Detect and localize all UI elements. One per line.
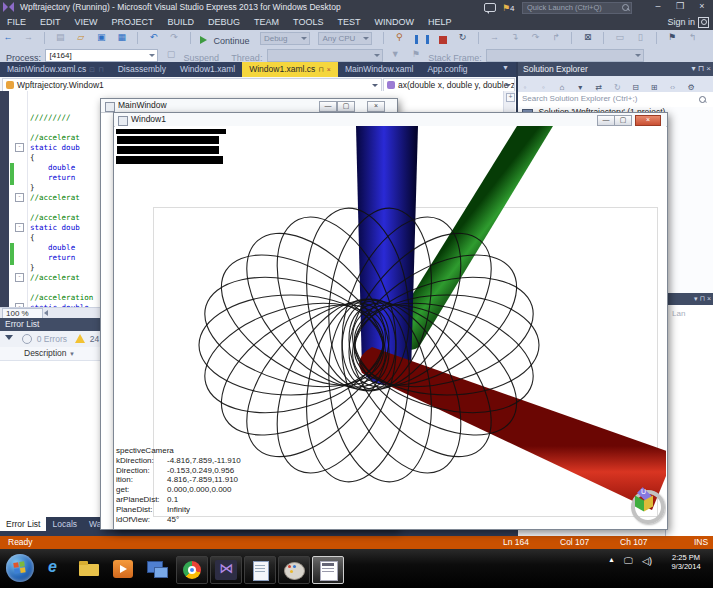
breakpoints-window-icon[interactable]: ▯ — [633, 31, 647, 44]
tab-window1.xaml.cs[interactable]: Window1.xaml.cs⊓× — [242, 62, 338, 77]
outline-collapse-icon[interactable]: - — [15, 143, 24, 152]
tool-tab-error-list[interactable]: Error List — [0, 517, 46, 531]
taskbar-remote-desktop[interactable] — [142, 556, 172, 582]
filter-icon[interactable] — [5, 335, 13, 340]
tab-mainwindow.xaml[interactable]: MainWindow.xaml — [338, 62, 421, 77]
tab-app.config[interactable]: App.config — [420, 62, 474, 77]
feedback-icon[interactable] — [484, 3, 496, 12]
outline-collapse-icon[interactable]: - — [15, 273, 24, 282]
pin-icon[interactable]: ⊓ — [699, 295, 704, 302]
open-file-icon[interactable]: ▱ — [74, 31, 88, 44]
method-dropdown[interactable]: ax(double x, double y, double z, double … — [383, 78, 515, 92]
output-window-icon[interactable]: ▭ — [613, 31, 627, 44]
flag-threads-icon[interactable]: ⚑ — [409, 48, 423, 61]
new-file-icon[interactable]: ▤ — [53, 31, 67, 44]
dropdown-icon[interactable]: ▾ — [694, 295, 698, 302]
start-orb[interactable] — [6, 554, 34, 582]
undo-icon[interactable]: ↶ — [147, 31, 161, 44]
prev-bookmark-icon[interactable]: ↰ — [686, 31, 700, 44]
errors-count[interactable]: 0 Errors — [37, 334, 67, 344]
network-icon[interactable]: 🖵 — [624, 556, 633, 567]
quick-launch-input[interactable]: Quick Launch (Ctrl+Q) — [522, 2, 632, 14]
continue-icon[interactable] — [200, 36, 207, 44]
tab-disassembly[interactable]: Disassembly — [111, 62, 173, 77]
sign-in-link[interactable]: Sign in — [667, 14, 695, 30]
step-out-icon[interactable]: ↱ — [549, 31, 563, 44]
close-button[interactable]: × — [367, 101, 385, 112]
menu-build[interactable]: BUILD — [161, 14, 202, 30]
stack-frame-dropdown[interactable] — [486, 49, 644, 62]
taskbar-internet-explorer[interactable]: e — [40, 556, 70, 582]
window1-3d-viewport[interactable]: spectiveCamerakDirection:-4.816,7.859,-1… — [115, 126, 666, 527]
debug-config-dropdown[interactable]: Debug — [260, 32, 310, 45]
taskbar-paint[interactable] — [278, 556, 310, 584]
filter-icon[interactable]: ▼ — [388, 48, 402, 61]
suspend-icon[interactable]: ▢ — [164, 48, 178, 61]
taskbar-media-player[interactable] — [108, 556, 138, 582]
menu-file[interactable]: FILE — [0, 14, 33, 30]
minimize-button[interactable]: – — [647, 0, 669, 13]
pin-icon[interactable]: ⊓ — [318, 66, 323, 73]
dropdown-icon[interactable]: ▾ — [692, 64, 696, 73]
minimize-button[interactable]: — — [319, 101, 337, 112]
restore-button[interactable]: ❒ — [669, 0, 691, 13]
close-icon[interactable]: × — [706, 64, 711, 73]
mainwindow-titlebar[interactable]: MainWindow — ▢ × — [101, 99, 397, 113]
redo-icon[interactable]: ↷ — [167, 31, 181, 44]
close-button[interactable]: × — [635, 115, 661, 126]
pin-icon[interactable]: ⊓ — [98, 66, 103, 73]
save-icon[interactable]: ▣ — [94, 31, 108, 44]
menu-window[interactable]: WINDOW — [367, 14, 421, 30]
menu-team[interactable]: TEAM — [247, 14, 286, 30]
maximize-button[interactable]: ▢ — [337, 101, 355, 112]
taskbar-notepad[interactable] — [244, 556, 276, 584]
tab-window1.xaml[interactable]: Window1.xaml — [173, 62, 242, 77]
tab-list-chevron-icon[interactable]: ▼ — [502, 64, 509, 71]
outline-collapse-icon[interactable]: - — [15, 193, 24, 202]
thread-dropdown[interactable] — [267, 49, 383, 62]
window1-titlebar[interactable]: Window1 — ▢ × — [114, 113, 667, 127]
bookmark-icon[interactable]: ⚑ — [665, 31, 679, 44]
save-all-icon[interactable]: ▦ — [115, 31, 129, 44]
navigate-back-icon[interactable]: ← — [1, 31, 15, 44]
navigate-forward-icon[interactable]: → — [21, 31, 35, 44]
solution-search[interactable]: Search Solution Explorer (Ctrl+;) — [518, 92, 713, 108]
minimize-button[interactable]: — — [597, 115, 615, 126]
restart-icon[interactable]: ↻ — [456, 31, 470, 44]
attach-process-icon[interactable]: ⚲ — [392, 31, 406, 44]
close-icon[interactable]: × — [707, 295, 711, 302]
taskbar-file-explorer[interactable] — [74, 556, 104, 582]
menu-debug[interactable]: DEBUG — [201, 14, 247, 30]
tool-tab-locals[interactable]: Locals — [46, 517, 83, 531]
volume-icon[interactable]: ◁) — [642, 556, 652, 566]
show-next-statement-icon[interactable]: → — [488, 31, 502, 44]
menu-test[interactable]: TEST — [330, 14, 367, 30]
taskbar-clock[interactable]: 2:25 PM 9/3/2014 — [663, 553, 709, 571]
view-cube-gizmo[interactable]: U — [629, 486, 666, 524]
split-editor-icon[interactable]: + — [506, 93, 515, 102]
taskbar-chrome[interactable] — [176, 556, 208, 584]
step-over-icon[interactable]: ↷ — [528, 31, 542, 44]
editor-zoom-dropdown[interactable]: 100 % — [2, 308, 43, 318]
pause-icon[interactable] — [415, 35, 429, 44]
show-hidden-icons[interactable]: ▲ — [608, 556, 615, 563]
taskbar-visual-studio[interactable]: ⋈ — [210, 556, 242, 584]
taskbar-running-app[interactable] — [312, 556, 344, 584]
maximize-button[interactable]: ▢ — [614, 115, 632, 126]
menu-view[interactable]: VIEW — [68, 14, 105, 30]
stop-debug-icon[interactable] — [439, 36, 447, 44]
class-dropdown[interactable]: Wpftrajectory.Window1 — [2, 78, 382, 92]
menu-tools[interactable]: TOOLS — [286, 14, 330, 30]
tab-mainwindow.xaml.cs[interactable]: MainWindow.xaml.cs⊡⊓ — [0, 62, 111, 77]
continue-button[interactable]: Continue — [213, 36, 249, 46]
process-dropdown[interactable]: [4164] Wpftrajectory.vshost.exe — [45, 49, 158, 62]
close-tab-icon[interactable]: × — [327, 66, 331, 73]
close-button[interactable]: × — [691, 0, 713, 13]
menu-help[interactable]: HELP — [421, 14, 459, 30]
platform-dropdown[interactable]: Any CPU — [318, 32, 372, 45]
step-into-icon[interactable]: ↴ — [508, 31, 522, 44]
hex-display-icon[interactable]: ⊠ — [581, 31, 595, 44]
menu-edit[interactable]: EDIT — [33, 14, 68, 30]
menu-project[interactable]: PROJECT — [105, 14, 161, 30]
solution-explorer-header[interactable]: Solution Explorer ▾ ⊓ × — [518, 62, 713, 76]
